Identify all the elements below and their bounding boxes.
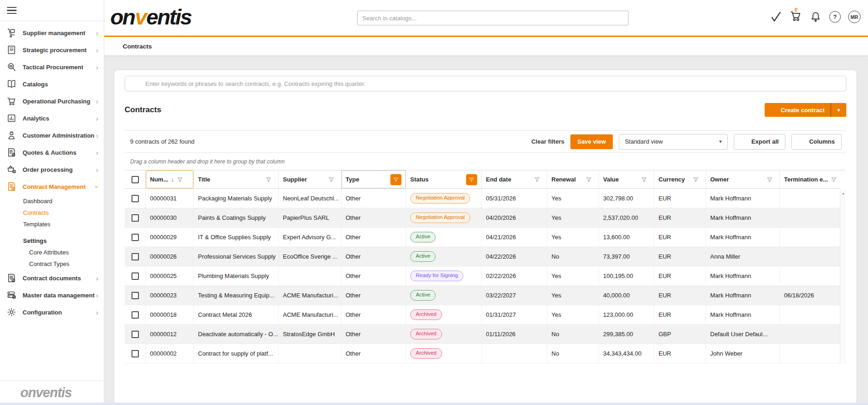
breadcrumb-item-contracts[interactable]: Contracts: [123, 43, 152, 50]
sidebar-item-contract-management[interactable]: Contract Management›: [0, 178, 104, 195]
create-contract-button[interactable]: Create contract ▾: [765, 103, 846, 117]
cell-currency: EUR: [654, 286, 706, 305]
sidebar-item-customer-administration[interactable]: Customer Administration›: [0, 127, 104, 144]
row-checkbox[interactable]: [132, 214, 139, 222]
sidebar-item-configuration[interactable]: Configuration›: [0, 304, 104, 321]
cell-renewal: Yes: [547, 208, 599, 227]
sidebar-item-strategic-procurement[interactable]: Strategic procurement›: [0, 42, 104, 59]
table-row[interactable]: 00000002 Contract for supply of platf...…: [125, 344, 840, 363]
table-row[interactable]: 00000026 Professional Services Supply Ec…: [125, 247, 840, 266]
sidebar-subitem-core-attributes[interactable]: Core Attributes: [0, 247, 104, 258]
select-all-checkbox[interactable]: [132, 176, 139, 183]
cell-owner: Mark Hoffmann: [706, 189, 780, 208]
table-row[interactable]: 00000012 Deactivate automatically - O...…: [125, 325, 840, 344]
filter-funnel-icon[interactable]: [641, 176, 647, 183]
row-select-cell: [125, 189, 146, 208]
horizontal-scrollbar[interactable]: [0, 403, 868, 405]
row-checkbox[interactable]: [132, 331, 139, 338]
row-checkbox[interactable]: [132, 195, 139, 202]
row-checkbox[interactable]: [132, 272, 139, 280]
chevron-right-icon: ›: [96, 115, 98, 122]
sidebar-item-analytics[interactable]: Analytics›: [0, 110, 104, 127]
save-view-button[interactable]: Save view: [570, 134, 613, 149]
column-header-currency[interactable]: Currency: [654, 170, 706, 188]
view-select-dropdown[interactable]: Standard view ▾: [619, 134, 728, 150]
page-head: Contracts Create contract ▾: [125, 103, 846, 117]
column-header-end_date[interactable]: End date: [482, 170, 547, 188]
row-checkbox[interactable]: [132, 234, 139, 241]
column-header-renewal[interactable]: Renewal: [547, 170, 599, 188]
user-avatar[interactable]: MR: [848, 11, 861, 23]
cell-end_date: 01/11/2026: [482, 325, 547, 344]
sidebar-item-master-data-management[interactable]: Master data management›: [0, 287, 104, 304]
sidebar-subitem-settings[interactable]: Settings: [0, 235, 104, 247]
sidebar-subitem-dashboard[interactable]: Dashboard: [0, 195, 104, 207]
chevron-down-icon[interactable]: ▾: [831, 107, 846, 113]
sidebar-item-catalogs[interactable]: Catalogs: [0, 76, 104, 93]
sidebar-subitem-contracts[interactable]: Contracts: [0, 207, 104, 218]
table-row[interactable]: 00000023 Testing & Measuring Equip... AC…: [125, 286, 840, 305]
table-row[interactable]: 00000025 Plumbing Materials Supply Other…: [125, 266, 840, 286]
vertical-scrollbar[interactable]: ▲: [840, 189, 846, 364]
cell-owner: Mark Hoffmann: [706, 266, 780, 285]
row-checkbox[interactable]: [132, 292, 139, 299]
cell-value: 73,397.00: [599, 247, 654, 266]
row-select-cell: [125, 305, 146, 324]
column-header-number[interactable]: Num...↓: [146, 170, 194, 188]
gear-icon: [6, 307, 17, 317]
sidebar-item-order-processing[interactable]: Order processing›: [0, 161, 104, 178]
table-row[interactable]: 00000029 IT & Office Supplies Supply Exp…: [125, 228, 840, 247]
columns-button[interactable]: Columns: [791, 134, 842, 150]
cell-value: 302,798.00: [599, 189, 654, 208]
sidebar-subitem-contract-types[interactable]: Contract Types: [0, 258, 104, 270]
search-icon[interactable]: [616, 14, 623, 22]
cell-number: 00000023: [146, 286, 194, 305]
clear-filters-button[interactable]: Clear filters: [521, 138, 564, 145]
catalog-search-input[interactable]: [362, 15, 616, 22]
sidebar-item-contract-documents[interactable]: Contract documents›: [0, 270, 104, 287]
sidebar-item-tactical-procurement[interactable]: Tactical Procurement›: [0, 59, 104, 76]
sidebar-subitem-templates[interactable]: Templates: [0, 218, 104, 230]
filter-funnel-icon[interactable]: [766, 176, 773, 183]
help-button[interactable]: ?: [829, 11, 841, 23]
row-checkbox[interactable]: [132, 311, 139, 319]
column-header-termination[interactable]: Termination e...: [780, 170, 840, 188]
export-all-button[interactable]: Export all: [734, 134, 785, 150]
hamburger-menu-icon[interactable]: [7, 7, 17, 16]
chevron-right-icon: ›: [96, 292, 98, 299]
row-checkbox[interactable]: [132, 350, 139, 357]
scroll-up-icon[interactable]: ▲: [840, 189, 846, 195]
filter-funnel-icon[interactable]: [177, 176, 183, 183]
contract-search-input[interactable]: [145, 80, 832, 87]
sidebar-item-operational-purchasing[interactable]: Operational Purchasing›: [0, 93, 104, 110]
column-header-owner[interactable]: Owner: [706, 170, 780, 188]
filter-funnel-icon[interactable]: [693, 176, 699, 183]
filter-funnel-icon[interactable]: [534, 176, 540, 183]
cell-currency: EUR: [654, 305, 706, 324]
column-header-type[interactable]: Type: [341, 170, 406, 188]
table-row[interactable]: 00000030 Paints & Coatings Supply Papier…: [125, 208, 840, 228]
check-icon[interactable]: [770, 11, 782, 23]
column-header-value[interactable]: Value: [599, 170, 654, 188]
column-header-title[interactable]: Title: [194, 170, 279, 188]
table-row[interactable]: 00000031 Packaging Materials Supply Neon…: [125, 189, 840, 208]
create-contract-main[interactable]: Create contract: [765, 107, 831, 114]
cell-renewal: Yes: [547, 189, 599, 208]
sidebar-item-supplier-management[interactable]: Supplier management›: [0, 24, 104, 42]
filter-active-button[interactable]: [466, 174, 477, 185]
table-row[interactable]: 00000018 Contract Metal 2026 ACME Manufa…: [125, 305, 840, 325]
row-checkbox[interactable]: [132, 253, 139, 260]
bell-icon[interactable]: [809, 11, 822, 23]
filter-funnel-icon[interactable]: [328, 176, 335, 183]
sidebar-item-quotes-auctions[interactable]: Quotes & Auctions›: [0, 144, 104, 161]
column-header-supplier[interactable]: Supplier: [279, 170, 341, 188]
cart-button[interactable]: 0: [790, 10, 802, 24]
filter-funnel-icon[interactable]: [831, 176, 837, 183]
column-header-status[interactable]: Status: [406, 170, 482, 188]
cell-status: Archived: [406, 325, 482, 344]
filter-funnel-icon[interactable]: [832, 80, 839, 87]
sort-desc-icon[interactable]: ↓: [171, 176, 174, 183]
filter-funnel-icon[interactable]: [586, 176, 592, 183]
filter-funnel-icon[interactable]: [265, 176, 272, 183]
filter-active-button[interactable]: [390, 174, 401, 185]
